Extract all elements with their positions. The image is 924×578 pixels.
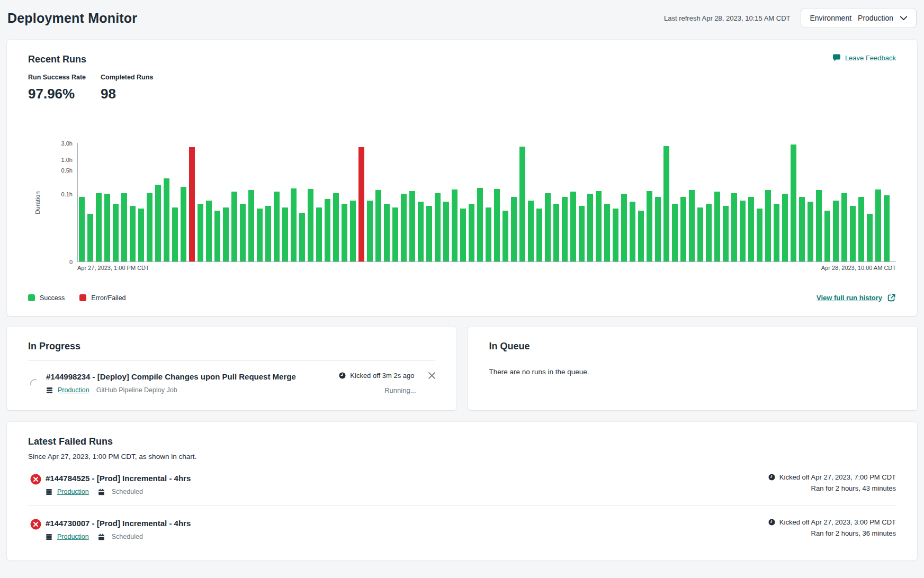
chart-bar-success[interactable] <box>867 214 873 261</box>
chart-bar-success[interactable] <box>486 207 491 261</box>
chart-bar-success[interactable] <box>519 147 525 261</box>
chart-bar-success[interactable] <box>816 190 822 261</box>
chart-bar-success[interactable] <box>375 190 381 261</box>
cancel-run-button[interactable] <box>428 372 435 379</box>
chart-bar-success[interactable] <box>231 192 237 261</box>
chart-bar-success[interactable] <box>392 207 398 261</box>
chart-bar-success[interactable] <box>206 201 212 261</box>
chart-bar-success[interactable] <box>757 209 762 261</box>
chart-bar-success[interactable] <box>172 207 178 261</box>
chart-bar-success[interactable] <box>528 201 534 261</box>
chart-bar-success[interactable] <box>511 197 517 261</box>
chart-bar-success[interactable] <box>503 211 508 261</box>
chart-bar-success[interactable] <box>426 206 432 261</box>
chart-bar-success[interactable] <box>782 194 788 261</box>
chart-bar-success[interactable] <box>452 189 457 262</box>
chart-bar-success[interactable] <box>181 187 186 261</box>
view-full-run-history-link[interactable]: View full run history <box>817 293 896 302</box>
chart-bar-success[interactable] <box>477 188 483 261</box>
chart-bar-success[interactable] <box>214 211 220 261</box>
chart-bar-success[interactable] <box>841 193 847 261</box>
chart-bar-success[interactable] <box>325 199 330 261</box>
chart-bar-success[interactable] <box>731 193 737 261</box>
chart-bar-success[interactable] <box>418 202 424 261</box>
chart-bar-success[interactable] <box>367 201 373 261</box>
chart-bar-success[interactable] <box>647 191 652 261</box>
chart-bar-success[interactable] <box>401 194 407 261</box>
chart-bar-failed[interactable] <box>358 147 364 262</box>
chart-bar-success[interactable] <box>765 190 771 261</box>
chart-bar-success[interactable] <box>443 202 449 261</box>
chart-bar-success[interactable] <box>299 213 305 261</box>
environment-dropdown[interactable]: Environment Production <box>801 8 917 28</box>
chart-bar-success[interactable] <box>536 209 542 261</box>
chart-bar-success[interactable] <box>121 193 127 261</box>
chart-bar-success[interactable] <box>87 214 93 261</box>
chart-bar-success[interactable] <box>350 201 356 261</box>
chart-bar-success[interactable] <box>596 191 602 261</box>
chart-bar-success[interactable] <box>248 190 254 261</box>
chart-bar-success[interactable] <box>240 204 246 261</box>
chart-bar-success[interactable] <box>198 204 203 261</box>
chart-bar-success[interactable] <box>884 195 890 261</box>
chart-bar-success[interactable] <box>621 194 627 261</box>
chart-bar-success[interactable] <box>435 193 441 261</box>
chart-bar-success[interactable] <box>409 191 415 261</box>
chart-bar-success[interactable] <box>740 201 746 261</box>
chart-bar-success[interactable] <box>613 209 618 261</box>
chart-bar-success[interactable] <box>460 209 466 261</box>
chart-bar-success[interactable] <box>663 146 669 261</box>
chart-bar-success[interactable] <box>824 211 830 261</box>
chart-bar-success[interactable] <box>469 204 474 261</box>
chart-bar-success[interactable] <box>799 197 805 261</box>
chart-bar-success[interactable] <box>714 192 720 261</box>
chart-bar-success[interactable] <box>274 192 280 261</box>
chart-bar-success[interactable] <box>680 197 686 261</box>
chart-bar-success[interactable] <box>164 178 169 261</box>
chart-bar-success[interactable] <box>706 204 712 261</box>
chart-bar-success[interactable] <box>875 189 881 262</box>
chart-bar-success[interactable] <box>79 197 85 261</box>
chart-bar-success[interactable] <box>791 144 796 261</box>
chart-bar-success[interactable] <box>655 197 661 261</box>
chart-bar-success[interactable] <box>147 193 152 261</box>
chart-bar-success[interactable] <box>104 194 110 261</box>
chart-bar-success[interactable] <box>155 185 161 261</box>
chart-bar-success[interactable] <box>553 204 559 261</box>
chart-bar-success[interactable] <box>308 189 313 261</box>
chart-bar-success[interactable] <box>774 204 779 261</box>
chart-bar-success[interactable] <box>545 193 551 261</box>
chart-bar-success[interactable] <box>579 206 585 261</box>
chart-bar-success[interactable] <box>723 206 729 261</box>
production-link[interactable]: Production <box>58 386 89 394</box>
chart-bar-failed[interactable] <box>189 147 195 262</box>
chart-bar-success[interactable] <box>672 204 678 261</box>
chart-bar-success[interactable] <box>638 211 644 261</box>
chart-bar-success[interactable] <box>291 188 297 262</box>
chart-bar-success[interactable] <box>257 209 263 261</box>
chart-bar-success[interactable] <box>808 202 813 261</box>
chart-bar-success[interactable] <box>130 206 136 261</box>
chart-bar-success[interactable] <box>858 197 864 261</box>
chart-bar-success[interactable] <box>384 204 390 261</box>
chart-bar-success[interactable] <box>223 207 229 261</box>
chart-bar-success[interactable] <box>833 201 839 261</box>
chart-bar-success[interactable] <box>850 206 856 261</box>
production-link[interactable]: Production <box>57 533 89 540</box>
chart-bar-success[interactable] <box>697 207 703 261</box>
chart-bar-success[interactable] <box>494 189 500 262</box>
chart-bar-success[interactable] <box>689 190 695 261</box>
chart-bar-success[interactable] <box>604 204 610 261</box>
chart-bar-success[interactable] <box>630 202 635 261</box>
leave-feedback-button[interactable]: Leave Feedback <box>832 53 896 62</box>
production-link[interactable]: Production <box>57 488 89 495</box>
chart-bar-success[interactable] <box>748 197 754 261</box>
chart-bar-success[interactable] <box>562 197 568 261</box>
chart-bar-success[interactable] <box>265 206 271 261</box>
chart-bar-success[interactable] <box>587 194 593 261</box>
chart-bar-success[interactable] <box>96 193 102 261</box>
chart-bar-success[interactable] <box>316 207 322 261</box>
chart-bar-success[interactable] <box>333 193 339 261</box>
chart-bar-success[interactable] <box>342 204 347 261</box>
chart-bar-success[interactable] <box>570 192 576 261</box>
